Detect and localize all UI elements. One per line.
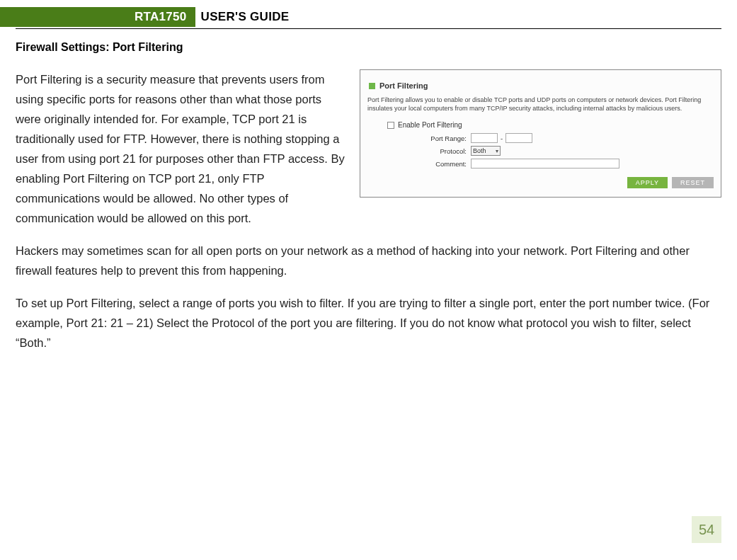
comment-label: Comment: — [417, 160, 467, 168]
page-number: 54 — [692, 516, 721, 543]
intro-paragraph: Port Filtering is a security measure tha… — [16, 69, 350, 228]
header-rule — [16, 28, 721, 29]
screenshot-title-row: Port Filtering — [369, 81, 714, 90]
screenshot-title: Port Filtering — [379, 81, 428, 90]
guide-title: USER'S GUIDE — [195, 7, 290, 27]
paragraph-2: Hackers may sometimes scan for all open … — [16, 241, 721, 280]
range-dash: - — [501, 135, 503, 142]
protocol-select[interactable]: Both ▾ — [471, 146, 501, 156]
comment-input[interactable] — [471, 159, 619, 168]
enable-checkbox[interactable] — [387, 122, 394, 129]
product-badge: RTA1750 — [0, 7, 195, 27]
port-range-end-input[interactable] — [505, 133, 532, 143]
protocol-value: Both — [473, 147, 486, 154]
section-heading: Firewall Settings: Port Filtering — [16, 41, 721, 54]
page-header: RTA1750 USER'S GUIDE — [0, 7, 289, 27]
protocol-row: Protocol: Both ▾ — [417, 146, 714, 156]
screenshot-form: Port Range: - Protocol: Both ▾ Comment: — [417, 133, 714, 168]
enable-port-filtering-row: Enable Port Filtering — [387, 121, 714, 129]
port-filtering-screenshot: Port Filtering Port Filtering allows you… — [360, 69, 721, 198]
page-content: Firewall Settings: Port Filtering Port F… — [16, 41, 721, 353]
paragraph-3: To set up Port Filtering, select a range… — [16, 293, 721, 353]
port-range-row: Port Range: - — [417, 133, 714, 143]
protocol-label: Protocol: — [417, 147, 467, 155]
screenshot-description: Port Filtering allows you to enable or d… — [367, 96, 714, 113]
port-range-label: Port Range: — [417, 135, 467, 142]
intro-row: Port Filtering is a security measure tha… — [16, 69, 721, 228]
reset-button[interactable]: RESET — [672, 177, 714, 188]
square-icon — [369, 83, 375, 89]
comment-row: Comment: — [417, 159, 714, 168]
enable-label: Enable Port Filtering — [398, 121, 462, 129]
port-range-start-input[interactable] — [471, 133, 498, 143]
chevron-down-icon: ▾ — [496, 148, 498, 154]
screenshot-buttons: APPLY RESET — [367, 177, 714, 188]
apply-button[interactable]: APPLY — [627, 177, 668, 188]
